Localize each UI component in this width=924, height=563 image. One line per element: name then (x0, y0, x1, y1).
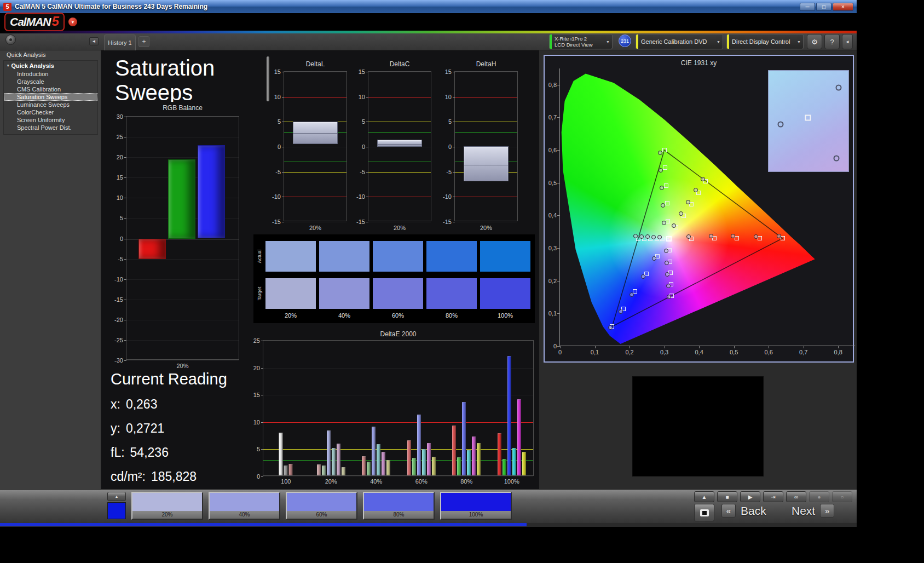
back-button[interactable]: « Back (721, 504, 766, 518)
axis-tick-label: 15 (348, 68, 365, 75)
sidebar-item-introduction[interactable]: Introduction (4, 70, 97, 78)
display-control-dropdown[interactable]: Direct Display Control ▼ (726, 34, 804, 49)
sidebar-item-cms-calibration[interactable]: CMS Calibration (4, 85, 97, 93)
target-point (664, 183, 668, 188)
axis-tick-label: 100% (480, 312, 530, 319)
loop-button[interactable]: ∞ (786, 491, 806, 502)
tick-mark (282, 222, 284, 222)
axis-tick-label: -15 (348, 219, 365, 225)
chevron-down-icon[interactable]: ▼ (604, 40, 612, 44)
gridline (455, 222, 517, 222)
bar (432, 457, 436, 475)
workspace-button[interactable] (5, 35, 16, 45)
tick-mark (261, 341, 263, 341)
cie-zoom-inset (768, 70, 849, 172)
help-icon[interactable]: ? (824, 34, 840, 49)
patch-button-100pct[interactable]: 100% (440, 492, 512, 520)
tree-expand-icon[interactable]: ▾ (7, 64, 9, 68)
axis-tick-label: 5 (263, 118, 281, 125)
meter-dropdown[interactable]: X-Rite i1Pro 2 LCD Direct View ▼ (549, 34, 613, 49)
logo-dropdown-icon[interactable]: ▼ (68, 18, 77, 26)
tick-mark (838, 346, 839, 348)
back-icon[interactable]: « (721, 504, 736, 518)
add-tab-button[interactable]: + (138, 36, 149, 47)
page-title: Saturation Sweeps (115, 56, 274, 102)
patch-button-40pct[interactable]: 40% (209, 492, 280, 520)
pattern-source-dropdown[interactable]: Generic Calibration DVD ▼ (636, 34, 723, 49)
measured-point (667, 295, 671, 299)
target-point (663, 165, 667, 170)
tick-mark (124, 218, 126, 219)
patch-button-20pct[interactable]: 20% (131, 492, 203, 520)
standby-button[interactable]: ○ (832, 491, 852, 502)
bar (462, 402, 466, 475)
sidebar-item-saturation-sweeps[interactable]: Saturation Sweeps (4, 93, 97, 101)
gridline (284, 222, 347, 222)
tick-mark (366, 147, 368, 147)
reference-line (455, 197, 517, 197)
tick-mark (124, 279, 126, 280)
inset-circle-point (777, 121, 783, 127)
tick-mark (557, 85, 560, 85)
stop-button[interactable]: ■ (717, 491, 737, 502)
tree-root-label: Quick Analysis (11, 62, 54, 69)
axis-tick-label: 0,4 (540, 212, 557, 219)
panel-collapse-icon[interactable]: ◄ (842, 34, 853, 49)
axis-tick-label: 15 (106, 174, 123, 181)
axis-tick-label: -15 (434, 219, 452, 225)
current-patch-swatch (107, 502, 126, 519)
next-button[interactable]: Next » (792, 504, 834, 518)
axis-tick-label: 20% (454, 225, 518, 231)
measured-point (651, 235, 656, 239)
patch-collapse-button[interactable]: ▴ (107, 492, 126, 501)
rgb-balance-plot: 302520151050-5-10-15-20-25-30 (126, 116, 239, 360)
skip-button[interactable]: ⇥ (763, 491, 783, 502)
sidebar-item-screen-uniformity[interactable]: Screen Uniformity (4, 116, 97, 124)
actual-swatch (426, 241, 477, 272)
patch-button-60pct[interactable]: 60% (286, 492, 357, 520)
ambient-reading-badge: 231 (619, 35, 631, 47)
delta-h-plot: 151050-5-10-15 (454, 71, 518, 221)
axis-tick-label: 100% (504, 478, 519, 485)
chevron-down-icon[interactable]: ▼ (714, 40, 723, 44)
patch-button-80pct[interactable]: 80% (363, 492, 435, 520)
sidebar-item-colorchecker[interactable]: ColorChecker (4, 108, 97, 116)
delta-c-plot: 151050-5-10-15 (368, 71, 431, 221)
pattern-window-button[interactable] (694, 504, 714, 521)
video-preview-window (632, 376, 764, 476)
axis-tick-label: 0 (263, 143, 281, 150)
chevron-down-icon[interactable]: ▼ (795, 40, 803, 44)
close-button[interactable]: × (833, 3, 853, 11)
patch-label: 60% (287, 511, 356, 519)
gear-icon[interactable]: ⚙ (807, 34, 822, 49)
logo-bar: CalMAN 5 ▼ (0, 13, 857, 31)
axis-tick-label: 20% (368, 225, 431, 231)
sidebar-item-luminance-sweeps[interactable]: Luminance Sweeps (4, 101, 97, 108)
title-bar: 5 CalMAN 5 CalMAN Ultimate for Business … (0, 0, 857, 13)
sidebar-collapse-icon[interactable]: ◄ (89, 37, 99, 45)
axis-tick-label: -15 (106, 296, 123, 303)
bar (279, 433, 283, 475)
delta-h-chart: DeltaH 151050-5-10-15 20% (439, 60, 521, 235)
measured-point (662, 221, 666, 225)
sidebar-item-grayscale[interactable]: Grayscale (4, 78, 97, 85)
maximize-button[interactable]: □ (816, 3, 831, 11)
play-button[interactable]: ▶ (740, 491, 760, 502)
actual-swatch (373, 241, 423, 272)
progress-strip (0, 523, 527, 526)
reading-y: y:0,2721 (111, 421, 264, 436)
sidebar-item-quick-analysis-root[interactable]: ▾ Quick Analysis (4, 61, 97, 70)
axis-tick-label: -5 (434, 169, 452, 175)
record-button[interactable]: ● (809, 491, 829, 502)
reference-line (263, 460, 533, 461)
next-icon[interactable]: » (820, 504, 834, 518)
reading-fl: fL:54,236 (111, 445, 264, 460)
display-label: Direct Display Control (729, 38, 795, 45)
sidebar-item-spectral-power-dist[interactable]: Spectral Power Dist. (4, 124, 97, 131)
eject-button[interactable]: ▲ (694, 491, 714, 502)
tab-history-1[interactable]: History 1 (104, 35, 136, 50)
minimize-button[interactable]: ─ (800, 3, 815, 11)
axis-tick-label: 0 (434, 143, 452, 150)
axis-tick-label: 40% (319, 312, 369, 319)
bar (417, 415, 421, 475)
